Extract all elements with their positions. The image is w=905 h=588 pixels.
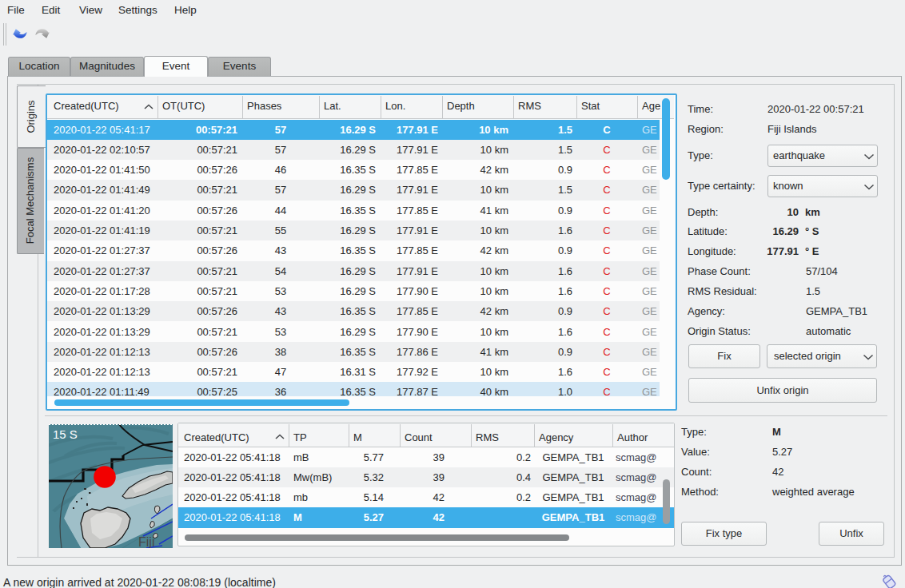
svg-text:15 S: 15 S — [53, 427, 78, 441]
svg-text:Fiji: Fiji — [138, 535, 154, 548]
